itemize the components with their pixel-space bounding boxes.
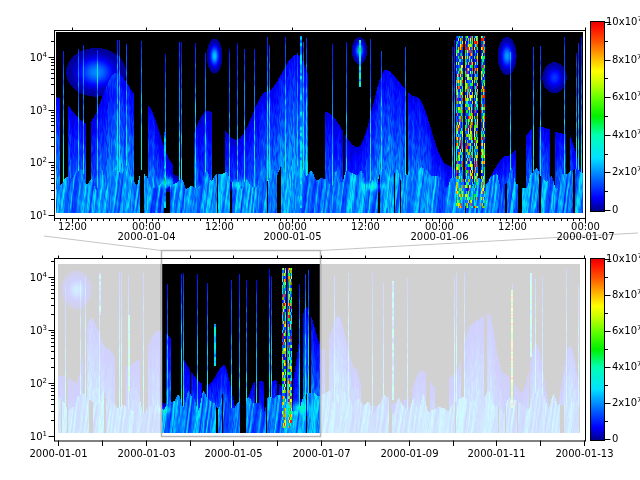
colorbar-tick-label: 0 [612, 433, 618, 444]
colorbar-tick-label: 8x107 [612, 289, 640, 300]
x-tick-label-date: 2000-01-13 [540, 448, 630, 459]
colorbar-tick-label: 2x107 [612, 166, 640, 177]
time-selection-box[interactable] [162, 251, 321, 437]
spectrogram-figure: 12:0000:002000-01-0412:0000:002000-01-05… [0, 0, 640, 480]
x-tick-label-date: 2000-01-05 [189, 448, 279, 459]
x-tick-label-date: 2000-01-05 [248, 231, 338, 242]
x-tick-label-date: 2000-01-11 [452, 448, 542, 459]
colorbar-tick-label: 10x107 [606, 16, 640, 27]
y-tick-label: 102 [0, 378, 47, 389]
colorbar-tick-label: 8x107 [612, 54, 640, 65]
x-tick-label-date: 2000-01-09 [365, 448, 455, 459]
y-tick-label: 103 [0, 105, 47, 116]
colorbar-tick-label: 6x107 [612, 91, 640, 102]
x-tick-label-date: 2000-01-06 [395, 231, 485, 242]
colorbar-tick-label: 10x107 [606, 253, 640, 264]
x-tick-label-date: 2000-01-03 [102, 448, 192, 459]
colorbar-tick-label: 4x107 [612, 361, 640, 372]
y-tick-label: 103 [0, 325, 47, 336]
x-tick-label-date: 2000-01-01 [14, 448, 104, 459]
y-tick-label: 104 [0, 52, 47, 63]
colorbar-tick-label: 2x107 [612, 397, 640, 408]
colorbar-tick-label: 4x107 [612, 129, 640, 140]
colorbar-tick-label: 0 [612, 204, 618, 215]
y-tick-label: 101 [0, 210, 47, 221]
colorbar-tick-label: 6x107 [612, 325, 640, 336]
y-tick-label: 102 [0, 157, 47, 168]
y-tick-label: 101 [0, 431, 47, 442]
x-tick-label-date: 2000-01-07 [277, 448, 367, 459]
y-tick-label: 104 [0, 272, 47, 283]
x-tick-label-date: 2000-01-07 [541, 231, 631, 242]
zoom-panel-frame [55, 31, 586, 219]
x-tick-label-date: 2000-01-04 [102, 231, 192, 242]
